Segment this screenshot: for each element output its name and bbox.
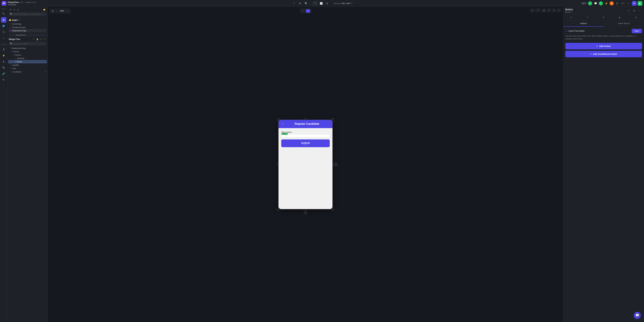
tree-textfield-icon: ✏ xyxy=(15,58,16,59)
phone-container: ⤡ ⤢ ⤢ ⤡ ↔ ↔ ↕ ↕ ⊡ ⊡ ← Register Candidate… xyxy=(278,120,322,161)
page-label-homepage: HomePage xyxy=(12,23,22,25)
tree-item-textfield[interactable]: ✏ TextField xyxy=(8,57,47,60)
tree-label-column-2: Column xyxy=(15,54,43,56)
page-item-homepage[interactable]: ⊡ HomePage xyxy=(9,22,46,26)
pages-folder-icon: 📁 xyxy=(9,19,11,21)
tree-iconbutton-icon: ⊡ xyxy=(11,71,12,73)
panel-add-page-btn[interactable]: 📁 xyxy=(42,8,46,11)
tree-chevron-btn-0[interactable]: ▾ xyxy=(45,47,46,49)
sidebar-assets-btn[interactable]: ◈ xyxy=(1,59,6,64)
connect-label: Connect xyxy=(1,44,6,45)
widget-tree-info-icon: ⓘ xyxy=(33,38,34,41)
app-logo: FF xyxy=(2,1,6,6)
sidebar-build-btn[interactable]: 🔨 xyxy=(1,11,6,17)
tree-item-column-2[interactable]: ⊟ Column + ▾ xyxy=(8,53,47,57)
phone-text-field[interactable]: Button xyxy=(281,134,322,137)
sidebar-divider xyxy=(1,42,6,42)
sidebar-pages-btn[interactable]: ⊞ xyxy=(1,17,6,23)
widget-search-input[interactable] xyxy=(14,43,45,45)
tree-col1-icon: ⊟ xyxy=(11,51,12,53)
widget-tree-header: Widget Tree ⓘ 🔒 ⊞ ≡≡ xyxy=(8,36,48,42)
canvas-area: ⊞ − 90% + ↖ ⊹ ☀ 📱 ⊞ T ≡ ⤢ ⤡ ⤢ ⤢ ⤡ ↔ ↔ xyxy=(48,7,322,161)
zoom-fit-btn[interactable]: ⊞ xyxy=(51,9,54,13)
page-label-privatekeypage: PrivateKeyPage xyxy=(12,26,26,28)
project-name: VotingApp xyxy=(8,4,36,6)
panel-tool-list-btn[interactable]: ⊡ xyxy=(13,8,16,11)
tree-item-appbar[interactable]: ⊟ AppBar ▾ xyxy=(8,63,47,67)
phone-device-btn[interactable]: 📱 xyxy=(312,1,318,6)
divider xyxy=(310,2,310,5)
pages-title: pages xyxy=(12,19,18,21)
page-search-input[interactable] xyxy=(14,13,45,15)
tree-expand-icon: 📱 xyxy=(9,47,11,49)
panel-tool-grid-btn[interactable]: ⊞ xyxy=(9,8,12,11)
app-info: FlutterFlow v4.0 — Flutter 3.13.7 Voting… xyxy=(8,1,36,6)
help-btn[interactable]: ? xyxy=(292,1,296,6)
panel-toolbar: ⊞ ⊡ ◈ 📁 🔍 xyxy=(8,7,48,17)
phone-header: ← Register Candidate xyxy=(278,120,322,128)
tree-item-column-1[interactable]: ⊟ Column + ▾ xyxy=(8,50,47,53)
tree-label-registrationpage: RegistrationPage xyxy=(12,47,43,49)
tree-add-btn-0[interactable]: + xyxy=(44,47,45,49)
zoom-out-btn[interactable]: − xyxy=(56,9,58,13)
sidebar-nav-btn[interactable]: ☰ xyxy=(1,29,6,35)
sidebar-settings-btn[interactable]: ⚙ xyxy=(1,77,6,82)
tablet-device-btn[interactable]: ⬜ xyxy=(319,1,322,6)
tree-add-btn-1[interactable]: + xyxy=(44,51,45,53)
page-icon-privatekeypage: ⊡ xyxy=(10,27,11,28)
wt-collapse-btn[interactable]: ≡≡ xyxy=(43,38,46,41)
phone-submit-underline xyxy=(303,145,308,145)
widget-tree-list: 📱 RegistrationPage + ▾ ⊟ Column + ▾ ⊟ Co… xyxy=(8,47,48,161)
page-icon-registrationpage: ⊡ xyxy=(10,30,11,32)
tree-chevron-btn-2[interactable]: ▾ xyxy=(45,54,46,56)
tree-item-text[interactable]: T Text xyxy=(8,67,47,70)
pointer-mode-btn[interactable]: ↖ xyxy=(301,9,305,13)
widget-search-input-wrap: 🔍 xyxy=(9,42,46,46)
wt-expand-btn[interactable]: ⊞ xyxy=(40,38,42,41)
tree-add-btn-2[interactable]: + xyxy=(44,54,45,56)
left-panel: ⊞ ⊡ ◈ 📁 🔍 📁 pages ⓘ ⊡ HomePage xyxy=(8,7,48,161)
tree-button-icon: ⊡ xyxy=(15,61,16,63)
panel-tool-component-btn[interactable]: ◈ xyxy=(16,8,20,11)
sidebar-api-btn[interactable]: ⚡ xyxy=(1,53,6,58)
panel-scrollbar xyxy=(9,35,46,36)
tree-col2-icon: ⊟ xyxy=(13,54,14,56)
sidebar-layers-btn[interactable]: ≡ xyxy=(1,36,6,41)
page-item-privatekeypage[interactable]: ⊡ PrivateKeyPage xyxy=(9,26,46,29)
tree-chevron-btn-1[interactable]: ▾ xyxy=(45,51,46,53)
shortcut-btn[interactable]: ⌘ xyxy=(298,1,302,6)
panel-scrollbar-thumb xyxy=(16,35,26,36)
tree-chevron-btn-appbar[interactable]: ▾ xyxy=(45,64,46,66)
wt-lock-btn[interactable]: 🔒 xyxy=(36,38,39,41)
phone-title: Register Candidate xyxy=(284,122,322,125)
phone-back-btn[interactable]: ← xyxy=(281,122,284,126)
sidebar-db-btn[interactable]: 🗄 xyxy=(1,47,6,52)
main-layout: Build 🔨 ⊞ 🔷 ☰ ≡ Connect 🗄 ⚡ ◈ 🔌 🧪 ⚙ ⊞ ⊡ … xyxy=(0,7,322,161)
tree-label-text: Text xyxy=(12,68,46,70)
phone-submit-label: Submit xyxy=(301,141,310,144)
tree-label-appbar: AppBar xyxy=(13,64,44,66)
tree-iconbutton-badge: ⟲ xyxy=(45,71,46,73)
phone-content: Your name Button Submit xyxy=(278,128,322,161)
sidebar-components-btn[interactable]: 🔷 xyxy=(1,23,6,29)
zoom-in-btn[interactable]: + xyxy=(66,9,69,13)
tree-label-column-1: Column xyxy=(13,51,43,53)
sidebar-test-btn[interactable]: 🧪 xyxy=(1,71,6,76)
pages-info-icon: ⓘ xyxy=(18,19,20,21)
page-item-registrationpage[interactable]: ⊡ RegistrationPage xyxy=(9,29,46,32)
pages-header: 📁 pages ⓘ xyxy=(9,19,46,21)
widget-tree-toolbar: 🔒 ⊞ ≡≡ xyxy=(36,38,46,41)
phone-submit-btn[interactable]: Submit xyxy=(281,139,322,147)
search-btn[interactable]: 🔍 xyxy=(304,1,308,6)
canvas-mode-buttons: ↖ ⊹ xyxy=(300,9,311,14)
widget-search-icon: 🔍 xyxy=(10,43,12,45)
select-mode-btn[interactable]: ⊹ xyxy=(306,9,310,13)
sidebar-integrations-btn[interactable]: 🔌 xyxy=(1,65,6,70)
tree-appbar-icon: ⊟ xyxy=(11,64,12,66)
tree-label-textfield: TextField xyxy=(17,57,46,59)
button-badge: Button xyxy=(282,133,288,135)
app-name: FlutterFlow v4.0 — Flutter 3.13.7 xyxy=(8,1,36,4)
tree-item-registrationpage[interactable]: 📱 RegistrationPage + ▾ xyxy=(8,47,47,50)
tree-item-iconbutton[interactable]: ⊡ IconButton ⟲ xyxy=(8,70,47,74)
tree-item-button[interactable]: ⊡ Button xyxy=(8,60,47,63)
